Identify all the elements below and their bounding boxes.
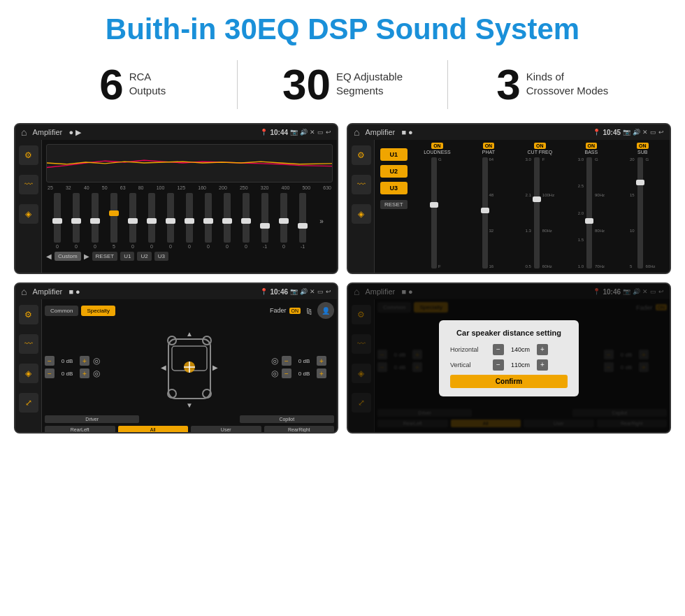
dialog-horizontal-row: Horizontal − 140cm + (450, 344, 568, 355)
fader-main: Common Specialty Fader ON ⧎ 👤 − (42, 299, 337, 432)
fader-fl-minus[interactable]: − (45, 356, 55, 366)
eq-slider-6[interactable]: 0 (143, 193, 160, 249)
fader-rl-minus[interactable]: − (45, 368, 55, 378)
confirm-button[interactable]: Confirm (450, 375, 568, 388)
fader-volume-btn[interactable]: ◈ (19, 364, 38, 383)
sub-col: ON SUB 20 15 10 5 (619, 143, 667, 270)
stat-eq: 30 EQ AdjustableSegments (252, 63, 433, 106)
loudness-col: ON LOUDNESS G F (413, 143, 461, 270)
fader-fl-plus[interactable]: + (80, 356, 89, 366)
crossover-volume-btn[interactable]: ◈ (352, 204, 371, 224)
fader-back-icon[interactable]: ↩ (326, 288, 331, 295)
fader-user-btn[interactable]: User (191, 426, 261, 434)
eq-u2-btn[interactable]: U2 (137, 252, 151, 261)
u2-button[interactable]: U2 (380, 165, 408, 178)
phat-on-badge[interactable]: ON (483, 143, 495, 149)
eq-volume-btn[interactable]: ◈ (19, 204, 38, 224)
fader-close-icon: ✕ (310, 288, 315, 295)
phat-slider[interactable] (482, 157, 488, 268)
bass-col: ON BASS 3.0 2.5 2.0 1.5 1.0 (567, 143, 615, 270)
eq-slider-5[interactable]: 0 (124, 193, 141, 249)
eq-reset-btn[interactable]: RESET (92, 252, 118, 261)
fader-on-badge[interactable]: ON (289, 308, 301, 314)
cutfreq-on-badge[interactable]: ON (534, 143, 546, 149)
eq-slider-8[interactable]: 0 (181, 193, 198, 249)
sub-on-badge[interactable]: ON (637, 143, 649, 149)
fader-rl-plus[interactable]: + (80, 368, 89, 378)
fader-fr-plus[interactable]: + (317, 356, 326, 366)
fader-fl-control: − 0 dB + ◎ (45, 356, 108, 366)
eq-back-icon[interactable]: ↩ (326, 129, 331, 136)
svg-text:◀: ◀ (161, 364, 166, 371)
eq-slider-3[interactable]: 0 (87, 193, 103, 249)
fader-expand-btn[interactable]: ⤢ (19, 393, 38, 413)
fader-side-controls: ⚙ 〰 ◈ ⤢ (15, 299, 42, 432)
eq-slider-12[interactable]: -1 (257, 193, 273, 249)
fader-all-btn[interactable]: All (118, 426, 189, 434)
crossover-home-icon[interactable]: ⌂ (354, 127, 359, 138)
cutfreq-label: CUT FREQ (528, 150, 553, 155)
eq-next-btn[interactable]: ▶ (84, 252, 89, 260)
phat-col: ON PHAT 64 48 32 16 (464, 143, 512, 270)
phat-label: PHAT (482, 150, 495, 155)
fader-filter-btn[interactable]: ⚙ (19, 305, 38, 324)
loudness-slider[interactable] (431, 157, 437, 268)
dialog-vertical-plus[interactable]: + (537, 359, 548, 371)
crossover-wave-btn[interactable]: 〰 (352, 175, 371, 194)
eq-slider-9[interactable]: 0 (200, 193, 217, 249)
fader-minimize-icon: ▭ (317, 288, 324, 295)
eq-wave-btn[interactable]: 〰 (19, 175, 38, 194)
stat-eq-label: EQ AdjustableSegments (336, 63, 403, 97)
eq-prev-btn[interactable]: ◀ (46, 252, 52, 260)
eq-u1-btn[interactable]: U1 (120, 252, 134, 261)
fader-bottom-buttons: Driver Copilot (45, 415, 334, 423)
loudness-on-badge[interactable]: ON (431, 143, 443, 149)
eq-slider-4[interactable]: 5 (106, 193, 122, 249)
eq-filter-btn[interactable]: ⚙ (19, 145, 38, 165)
eq-slider-7[interactable]: 0 (162, 193, 179, 249)
crossover-reset-btn[interactable]: RESET (380, 200, 408, 209)
eq-slider-11[interactable]: 0 (238, 193, 254, 249)
eq-custom-btn[interactable]: Custom (55, 252, 81, 261)
fader-rr-plus[interactable]: + (317, 368, 326, 378)
fader-rearright-btn[interactable]: RearRight (264, 426, 335, 434)
eq-volume-icon: 🔊 (300, 129, 308, 136)
fader-screen-content: ⚙ 〰 ◈ ⤢ Common Specialty Fader ON ⧎ 👤 (15, 299, 337, 432)
dialog-vertical-minus[interactable]: − (493, 359, 504, 371)
eq-u3-btn[interactable]: U3 (154, 252, 168, 261)
fader-copilot-btn[interactable]: Copilot (240, 415, 334, 423)
crossover-filter-btn[interactable]: ⚙ (352, 145, 371, 165)
fader-person-icon[interactable]: 👤 (317, 302, 334, 319)
eq-slider-2[interactable]: 0 (68, 193, 85, 249)
fader-driver-btn[interactable]: Driver (45, 415, 139, 423)
eq-slider-10[interactable]: 0 (219, 193, 236, 249)
eq-slider-14[interactable]: -1 (294, 193, 311, 249)
bass-on-badge[interactable]: ON (586, 143, 598, 149)
dialog-horizontal-minus[interactable]: − (493, 344, 504, 355)
crossover-minimize-icon: ▭ (650, 129, 656, 136)
fader-app-label: Amplifier ■ ● (32, 287, 257, 296)
eq-slider-1[interactable]: 0 (49, 193, 66, 249)
fader-fr-minus[interactable]: − (282, 356, 291, 366)
svg-text:▶: ▶ (212, 364, 218, 371)
fader-wave-btn[interactable]: 〰 (19, 334, 38, 354)
eq-camera-icon: 📷 (290, 129, 298, 136)
eq-slider-13[interactable]: 0 (275, 193, 292, 249)
cutfreq-slider[interactable] (534, 157, 540, 268)
fader-tab-common[interactable]: Common (45, 306, 78, 316)
fader-rr-minus[interactable]: − (282, 368, 291, 378)
fader-rearleft-btn[interactable]: RearLeft (45, 426, 115, 434)
u3-button[interactable]: U3 (380, 182, 408, 194)
crossover-back-icon[interactable]: ↩ (658, 129, 664, 136)
eq-side-controls: ⚙ 〰 ◈ (15, 140, 42, 273)
fader-tab-specialty[interactable]: Specialty (81, 306, 115, 316)
u-buttons: U1 U2 U3 RESET (377, 143, 410, 270)
eq-home-icon[interactable]: ⌂ (21, 127, 27, 138)
cutfreq-col: ON CUT FREQ 3.0 2.1 1.3 0.5 (516, 143, 564, 270)
sub-slider[interactable] (637, 157, 643, 268)
bass-slider[interactable] (586, 157, 592, 268)
u1-button[interactable]: U1 (380, 148, 408, 161)
fader-space (142, 415, 236, 423)
fader-home-icon[interactable]: ⌂ (21, 286, 27, 297)
dialog-horizontal-plus[interactable]: + (537, 344, 548, 355)
